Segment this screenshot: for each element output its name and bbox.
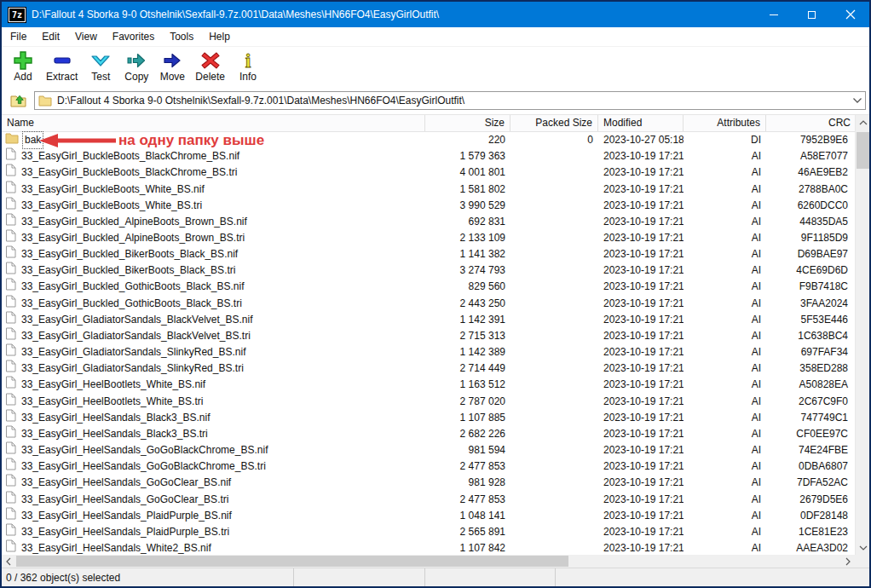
file-attributes: AI xyxy=(684,164,766,181)
table-row[interactable]: 33_EasyGirl_Buckled_GothicBoots_Black_BS… xyxy=(2,279,857,295)
file-icon xyxy=(5,164,16,182)
delete-label: Delete xyxy=(195,72,225,83)
table-row[interactable]: 33_EasyGirl_BuckleBoots_White_BS.nif 1 5… xyxy=(2,181,857,197)
file-size: 4 001 801 xyxy=(425,164,510,181)
file-attributes: AI xyxy=(684,279,766,295)
file-attributes: DI xyxy=(684,132,766,148)
scroll-left-button[interactable] xyxy=(2,555,15,568)
column-header-modified[interactable]: Modified xyxy=(598,115,684,131)
add-plus-icon xyxy=(12,49,34,72)
file-crc: 1C638BC4 xyxy=(766,328,857,344)
table-row[interactable]: 33_EasyGirl_HeelSandals_Black3_BS.tri 2 … xyxy=(2,426,857,442)
table-row[interactable]: 33_EasyGirl_HeelSandals_GoGoClear_BS.nif… xyxy=(2,475,857,491)
file-size: 981 928 xyxy=(425,475,510,491)
menu-favorites[interactable]: Favorites xyxy=(105,28,162,45)
maximize-button[interactable] xyxy=(793,2,831,27)
table-row[interactable]: 33_EasyGirl_Buckled_GothicBoots_Black_BS… xyxy=(2,296,857,312)
column-header-size[interactable]: Size xyxy=(425,115,510,131)
table-row[interactable]: 33_EasyGirl_GladiatorSandals_SlinkyRed_B… xyxy=(2,344,857,360)
table-row[interactable]: 33_EasyGirl_HeelSandals_GoGoBlackChrome_… xyxy=(2,458,857,475)
table-row[interactable]: 33_EasyGirl_Buckled_AlpineBoots_Brown_BS… xyxy=(2,214,857,230)
table-row[interactable]: 33_EasyGirl_HeelBootlets_White_BS.nif 1 … xyxy=(2,377,857,393)
scroll-up-button[interactable] xyxy=(856,115,869,130)
scroll-right-button[interactable] xyxy=(841,555,855,568)
file-modified: 2023-10-19 17:21 xyxy=(598,214,684,230)
file-icon xyxy=(5,409,16,427)
menu-view[interactable]: View xyxy=(67,28,105,45)
column-header-name[interactable]: Name xyxy=(2,115,425,131)
table-row[interactable]: 33_EasyGirl_GladiatorSandals_BlackVelvet… xyxy=(2,312,857,328)
table-row[interactable]: 33_EasyGirl_GladiatorSandals_SlinkyRed_B… xyxy=(2,360,857,377)
file-name: 33_EasyGirl_Buckled_GothicBoots_Black_BS… xyxy=(20,279,245,295)
file-size: 2 477 853 xyxy=(425,458,510,475)
table-row[interactable]: 33_EasyGirl_BuckleBoots_BlackChrome_BS.n… xyxy=(2,148,857,164)
file-crc: A50828EA xyxy=(766,377,857,393)
file-name: 33_EasyGirl_GladiatorSandals_BlackVelvet… xyxy=(20,312,255,328)
chevron-left-icon xyxy=(6,557,11,566)
file-crc: 2679D5E6 xyxy=(766,492,857,508)
copy-button[interactable]: Copy xyxy=(118,49,154,84)
table-row[interactable]: bak 220 0 2023-10-27 05:18 DI 7952B9E6 xyxy=(2,132,857,148)
table-row[interactable]: 33_EasyGirl_HeelBootlets_White_BS.tri 2 … xyxy=(2,394,857,410)
table-row[interactable]: 33_EasyGirl_Buckled_BikerBoots_Black_BS.… xyxy=(2,246,857,262)
close-icon xyxy=(845,9,856,20)
file-modified: 2023-10-19 17:21 xyxy=(598,410,684,426)
column-header-attributes[interactable]: Attributes xyxy=(684,115,766,131)
scroll-down-button[interactable] xyxy=(856,540,869,555)
menu-file[interactable]: File xyxy=(3,28,34,45)
delete-x-icon xyxy=(199,49,222,72)
address-path[interactable]: D:\Fallout 4 Sborka 9-0 Otshelnik\Sexfal… xyxy=(52,95,850,107)
file-crc: 358ED288 xyxy=(766,360,857,377)
file-size: 2 682 226 xyxy=(425,426,510,442)
titlebar[interactable]: 7z D:\Fallout 4 Sborka 9-0 Otshelnik\Sex… xyxy=(2,2,869,27)
table-row[interactable]: 33_EasyGirl_Buckled_AlpineBoots_Brown_BS… xyxy=(2,230,857,246)
vertical-scrollbar[interactable] xyxy=(855,115,869,555)
column-header-packed-size[interactable]: Packed Size xyxy=(510,115,598,131)
table-row[interactable]: 33_EasyGirl_HeelSandals_Black3_BS.nif 1 … xyxy=(2,410,857,426)
table-row[interactable]: 33_EasyGirl_Buckled_BikerBoots_Black_BS.… xyxy=(2,262,857,279)
column-header-crc[interactable]: CRC xyxy=(766,115,857,131)
add-button[interactable]: Add xyxy=(5,49,41,84)
file-name: 33_EasyGirl_GladiatorSandals_SlinkyRed_B… xyxy=(20,360,245,377)
table-row[interactable]: 33_EasyGirl_HeelSandals_GoGoClear_BS.tri… xyxy=(2,491,857,507)
table-row[interactable]: 33_EasyGirl_HeelSandals_GoGoBlackChrome_… xyxy=(2,442,857,458)
app-7zip-icon: 7z xyxy=(9,8,26,22)
status-section-3 xyxy=(425,568,556,586)
file-attributes: AI xyxy=(684,214,766,230)
minimize-button[interactable] xyxy=(754,2,793,27)
folder-up-icon xyxy=(10,93,27,108)
table-row[interactable]: 33_EasyGirl_HeelSandals_PlaidPurple_BS.t… xyxy=(2,524,857,540)
table-row[interactable]: 33_EasyGirl_GladiatorSandals_BlackVelvet… xyxy=(2,328,857,344)
info-i-icon: i xyxy=(237,49,259,72)
vertical-scroll-thumb[interactable] xyxy=(857,132,869,169)
file-name: 33_EasyGirl_HeelSandals_GoGoBlackChrome_… xyxy=(20,442,269,458)
table-row[interactable]: 33_EasyGirl_HeelSandals_PlaidPurple_BS.n… xyxy=(2,508,857,524)
menu-tools[interactable]: Tools xyxy=(162,28,201,45)
extract-button[interactable]: Extract xyxy=(41,49,83,84)
info-button[interactable]: i Info xyxy=(230,49,266,84)
table-row[interactable]: 33_EasyGirl_BuckleBoots_BlackChrome_BS.t… xyxy=(2,164,857,181)
file-size: 692 831 xyxy=(425,214,510,230)
file-icon xyxy=(5,295,16,313)
test-button[interactable]: Test xyxy=(83,49,118,84)
file-size: 2 477 853 xyxy=(425,492,510,508)
table-row[interactable]: 33_EasyGirl_HeelSandals_White2_BS.nif 1 … xyxy=(2,540,857,555)
file-icon xyxy=(5,474,16,492)
horizontal-scroll-thumb[interactable] xyxy=(16,556,568,567)
address-combobox[interactable]: D:\Fallout 4 Sborka 9-0 Otshelnik\Sexfal… xyxy=(34,91,866,110)
delete-button[interactable]: Delete xyxy=(190,49,230,84)
table-row[interactable]: 33_EasyGirl_BuckleBoots_White_BS.tri 3 9… xyxy=(2,198,857,214)
file-name: 33_EasyGirl_GladiatorSandals_BlackVelvet… xyxy=(20,328,252,344)
move-button[interactable]: Move xyxy=(154,49,190,84)
move-label: Move xyxy=(160,72,185,83)
file-icon xyxy=(5,376,16,394)
up-one-level-button[interactable] xyxy=(7,89,31,112)
menu-edit[interactable]: Edit xyxy=(34,28,67,45)
close-button[interactable] xyxy=(831,2,869,27)
file-name: bak xyxy=(22,131,43,149)
address-dropdown-button[interactable] xyxy=(850,92,865,109)
file-icon xyxy=(5,245,16,263)
horizontal-scrollbar[interactable] xyxy=(2,555,855,568)
file-attributes: AI xyxy=(684,328,766,344)
menu-help[interactable]: Help xyxy=(201,28,238,45)
